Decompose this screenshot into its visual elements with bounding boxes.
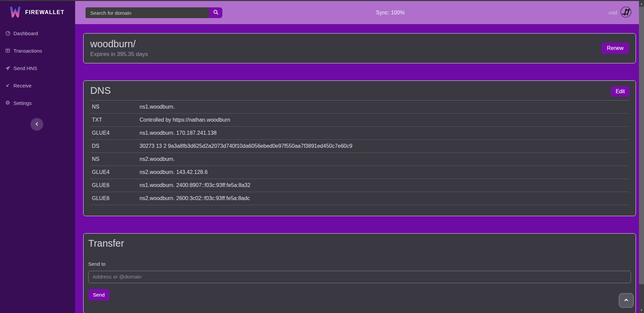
main-area: Sync: 100% cold — [75, 1, 644, 313]
dns-record-row: NS ns1.woodburn. — [90, 101, 629, 114]
edit-dns-button[interactable]: Edit — [611, 86, 630, 97]
dns-record-row: GLUE6 ns1.woodburn. 2400:8907::f03c:93ff… — [90, 179, 629, 192]
domain-title: woodburn/ — [90, 39, 148, 50]
renew-button[interactable]: Renew — [601, 43, 629, 54]
dns-record-type: GLUE6 — [90, 192, 138, 205]
sidebar-item-label: Transactions — [13, 48, 42, 54]
arrow-down-left-icon — [5, 83, 10, 88]
sidebar-item-transactions[interactable]: Transactions — [0, 42, 75, 59]
search-button[interactable] — [209, 7, 222, 18]
content: woodburn/ Expires in 395.35 days Renew D… — [75, 24, 644, 313]
sidebar-collapse-button[interactable] — [31, 118, 43, 131]
dns-record-value: Controlled by https://nathan.woodburn — [138, 113, 629, 126]
dns-record-value: 30273 13 2 9a3a8fb3d625d2a2073d740f10da6… — [138, 139, 629, 152]
sidebar-item-dashboard[interactable]: Dashboard — [0, 24, 75, 42]
dns-record-value: ns2.woodburn. — [138, 152, 629, 166]
scroll-to-top-button[interactable] — [619, 293, 634, 308]
sidebar-item-label: Settings — [13, 100, 32, 106]
dns-record-row: GLUE6 ns2.woodburn. 2600:3c02::f03c:93ff… — [90, 192, 629, 205]
dns-record-type: GLUE4 — [90, 166, 138, 179]
sidebar-nav: Dashboard Transactions S — [0, 24, 75, 112]
send-to-label: Send to — [88, 261, 631, 267]
sidebar-item-label: Send HNS — [13, 65, 37, 71]
transfer-address-input[interactable] — [88, 271, 631, 283]
domain-expiry: Expires in 395.35 days — [90, 51, 148, 58]
sidebar: FIREWALLET Dashboard — [0, 1, 75, 313]
topbar: Sync: 100% cold — [75, 1, 644, 24]
firewallet-logo-icon — [10, 6, 21, 19]
scrollbar-thumb[interactable] — [639, 7, 644, 284]
domain-search — [86, 7, 222, 18]
wallet-name: cold — [608, 10, 617, 15]
send-icon — [5, 65, 10, 71]
domain-card: woodburn/ Expires in 395.35 days Renew — [83, 33, 636, 63]
sidebar-item-send-hns[interactable]: Send HNS — [0, 59, 75, 77]
dns-record-type: DS — [90, 139, 138, 152]
dns-title: DNS — [90, 85, 629, 96]
scrollbar-down-arrow-icon[interactable]: ▼ — [639, 307, 644, 313]
dns-card: DNS Edit NS ns1.woodburn. TXT — [83, 80, 636, 216]
sidebar-item-label: Receive — [13, 83, 32, 88]
send-transfer-button[interactable]: Send — [88, 289, 109, 301]
speedometer-icon — [5, 30, 10, 36]
window-top-strip — [0, 0, 644, 1]
sidebar-item-label: Dashboard — [13, 30, 38, 36]
brand: FIREWALLET — [0, 1, 75, 19]
sidebar-item-receive[interactable]: Receive — [0, 77, 75, 94]
dns-record-type: NS — [90, 152, 138, 166]
sidebar-item-settings[interactable]: ⚙ Settings — [0, 94, 75, 112]
dns-record-value: ns1.woodburn. — [138, 101, 629, 114]
dns-record-value: ns2.woodburn. 2600:3c02::f03c:93ff:fe5a:… — [138, 192, 629, 205]
dns-record-type: GLUE4 — [90, 126, 138, 139]
handshake-logo-icon — [620, 6, 632, 19]
dns-record-value: ns1.woodburn. 2400:8907::f03c:93ff:fe5a:… — [138, 179, 629, 192]
gear-icon: ⚙ — [5, 100, 10, 106]
transfer-title: Transfer — [88, 238, 631, 249]
dns-record-value: ns2.woodburn. 143.42.128.6 — [138, 166, 629, 179]
vertical-scrollbar: ▲ ▼ — [639, 1, 644, 313]
dns-record-type: GLUE6 — [90, 179, 138, 192]
transfer-card: Transfer Send to Send — [83, 233, 636, 313]
chevron-left-icon — [35, 122, 39, 127]
dns-record-type: NS — [90, 101, 138, 114]
dns-records-table: NS ns1.woodburn. TXT Controlled by https… — [90, 101, 629, 205]
brand-name: FIREWALLET — [25, 9, 64, 15]
search-input[interactable] — [86, 7, 209, 18]
table-icon — [5, 48, 10, 53]
dns-record-type: TXT — [90, 113, 138, 126]
dns-record-row: NS ns2.woodburn. — [90, 152, 629, 166]
dns-record-row: TXT Controlled by https://nathan.woodbur… — [90, 113, 629, 126]
wallet-selector[interactable]: cold — [608, 1, 632, 24]
chevron-up-icon — [624, 298, 629, 303]
dns-record-row: GLUE4 ns2.woodburn. 143.42.128.6 — [90, 166, 629, 179]
scrollbar-up-arrow-icon[interactable]: ▲ — [639, 1, 644, 7]
dns-record-row: GLUE4 ns1.woodburn. 170.187.241.138 — [90, 126, 629, 139]
dns-record-value: ns1.woodburn. 170.187.241.138 — [138, 126, 629, 139]
magnifier-icon — [213, 9, 219, 16]
dns-records-body: NS ns1.woodburn. TXT Controlled by https… — [90, 101, 629, 205]
dns-record-row: DS 30273 13 2 9a3a8fb3d625d2a2073d740f10… — [90, 139, 629, 152]
sync-status: Sync: 100% — [376, 1, 405, 24]
